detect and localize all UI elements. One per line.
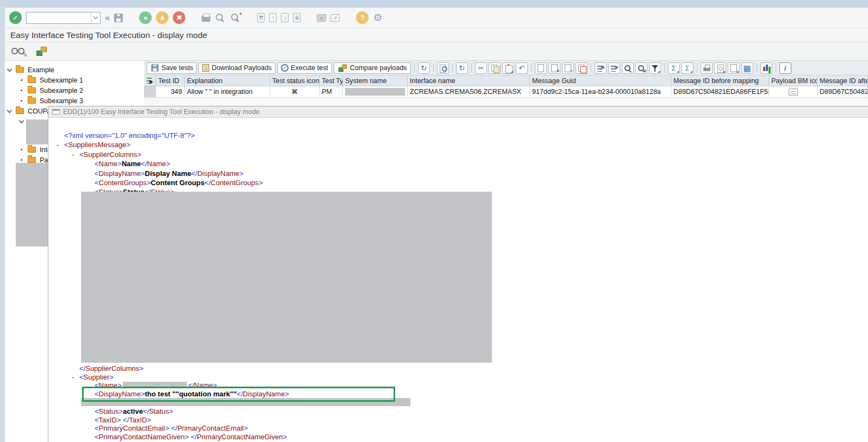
column-header-message-guid[interactable]: Message Guid <box>530 75 671 86</box>
print-icon-main[interactable] <box>202 16 210 22</box>
find-next-icon[interactable]: + <box>635 62 647 74</box>
shortcut-icon[interactable]: ↗ <box>330 14 340 22</box>
exit-icon[interactable]: ∧ <box>156 11 168 24</box>
command-dropdown-icon[interactable] <box>91 12 100 23</box>
tree-item-example[interactable]: Example <box>5 65 144 75</box>
cell-test-id[interactable]: 349 <box>156 86 185 98</box>
customize-icon[interactable]: ⚙ <box>373 11 382 24</box>
subtotal-icon[interactable]: Σ <box>682 62 694 74</box>
chevron-down-icon[interactable] <box>7 66 13 72</box>
undo-icon[interactable]: ↶ <box>516 62 528 74</box>
delete-row-icon[interactable]: − <box>562 62 574 74</box>
column-header-selector[interactable] <box>144 75 156 86</box>
chevron-down-icon[interactable] <box>19 118 24 123</box>
chevron-down-icon[interactable] <box>7 108 13 113</box>
column-header-message-id-before-mapping[interactable]: Message ID before mapping <box>671 75 769 86</box>
grid-data-row[interactable]: 349Allow " " in integration✖PMZCREMAS.CR… <box>144 86 868 98</box>
page-up-icon[interactable]: ↑ <box>269 13 277 22</box>
export-icon[interactable]: → <box>728 62 740 74</box>
refresh-icon[interactable]: ↻ <box>418 62 430 74</box>
choose-layout-icon[interactable]: ▦ <box>741 62 753 74</box>
find-next-icon-main[interactable]: + <box>230 12 241 23</box>
column-header-explanation[interactable]: Explanation <box>185 75 270 86</box>
column-header-test-type[interactable]: Test Type <box>320 75 343 86</box>
xml-bracket: < <box>64 141 68 149</box>
print-icon[interactable] <box>701 62 713 74</box>
collapse-command-icon[interactable]: « <box>105 12 110 23</box>
cut-icon[interactable]: ✂ <box>475 62 487 74</box>
xml-collapse-toggle[interactable]: - <box>72 373 79 382</box>
xml-bracket: > <box>127 141 131 149</box>
compare-payloads-button[interactable]: Compare payloads <box>334 62 411 74</box>
xml-collapse-toggle[interactable]: - <box>72 150 79 159</box>
save-tests-button[interactable]: Save tests <box>147 62 197 74</box>
column-header-interface-name[interactable]: Interface name <box>408 75 530 86</box>
grid-empty-area <box>144 98 868 106</box>
new-row-icon[interactable] <box>535 62 547 74</box>
tree-item-subexample-1[interactable]: Subexample 1 <box>5 75 144 85</box>
graph-icon[interactable] <box>760 62 772 74</box>
cell-payload-bm-icon[interactable] <box>769 86 817 98</box>
command-confirm-icon[interactable]: ✓ <box>9 11 22 24</box>
sum-icon[interactable]: Σ <box>668 62 680 74</box>
title-bar: Easy Interface Testing Tool Execution - … <box>5 28 868 42</box>
toolbar-separator <box>776 64 776 72</box>
download-payloads-button[interactable]: ↓ Download Payloads <box>198 62 276 74</box>
paste-icon[interactable] <box>502 62 514 74</box>
xml-value: Name <box>122 160 141 168</box>
filter-icon[interactable] <box>649 62 661 74</box>
select-all-icon[interactable] <box>146 77 153 84</box>
info-icon[interactable]: i <box>779 62 791 74</box>
cell-message-guid[interactable]: 917dd9c2-15ca-11ea-b234-000010a8128a <box>530 86 671 98</box>
back-icon[interactable]: « <box>139 11 152 24</box>
find-icon[interactable] <box>622 62 634 74</box>
tree-item-subexample-3[interactable]: Subexample 3 <box>5 96 144 106</box>
payload-grid-icon[interactable] <box>789 89 798 96</box>
column-header-system-name[interactable]: System name <box>343 75 408 86</box>
column-header-test-id[interactable]: Test ID <box>156 75 185 86</box>
find-icon-main[interactable] <box>215 12 226 23</box>
column-header-payload-bm-icon[interactable]: Payload BM icon <box>769 75 817 86</box>
save-icon[interactable] <box>114 14 123 22</box>
tree-item-subexample-2[interactable]: Subexample 2 <box>5 85 144 96</box>
xml-bracket: > <box>117 160 122 168</box>
copy-icon[interactable] <box>489 62 501 74</box>
cell-interface-name[interactable]: ZCREMAS.CREMAS06.ZCREMASX <box>408 86 530 98</box>
cell-explanation[interactable]: Allow " " in integration <box>185 86 270 98</box>
duplicate-row-icon[interactable] <box>576 62 588 74</box>
insert-row-icon[interactable]: + <box>548 62 560 74</box>
sort-asc-icon[interactable] <box>595 62 607 74</box>
last-page-icon[interactable]: ⇊ <box>293 13 301 22</box>
cancel-icon[interactable]: ✖ <box>173 11 185 24</box>
cell-selector[interactable] <box>144 86 156 98</box>
refresh-2-icon[interactable]: ↻ <box>456 62 468 74</box>
sort-desc-icon[interactable] <box>608 62 620 74</box>
popup-title-bar[interactable]: EDD(1)/100 Easy Interface Testing Tool E… <box>48 106 868 118</box>
cell-test-type[interactable]: PM <box>320 86 343 98</box>
column-header-message-id-after[interactable]: Message ID after <box>817 75 868 86</box>
cell-message-id-before-mapping[interactable]: D89D67C504821EDA86FE1F5F... <box>671 86 769 98</box>
compare-objects-icon[interactable] <box>36 47 47 56</box>
column-header-test-status-icon[interactable]: Test status icon <box>270 75 320 86</box>
execute-test-button[interactable]: ✓ Execute test <box>277 62 332 74</box>
help-icon[interactable]: ? <box>356 11 369 24</box>
tree-item-label: Example <box>28 66 54 74</box>
cell-system-name[interactable] <box>343 86 408 98</box>
display-change-icon[interactable]: ✎ <box>10 46 27 57</box>
xml-collapse-toggle[interactable]: - <box>57 140 64 149</box>
page-down-icon[interactable]: ↓ <box>281 13 289 22</box>
execute-icon: ✓ <box>281 64 289 72</box>
cut-icon-glyph: ✂ <box>478 65 484 72</box>
xml-bracket: < <box>79 373 84 381</box>
cell-test-status-icon[interactable]: ✖ <box>270 86 320 98</box>
xml-value: Content Groups <box>151 179 204 187</box>
new-session-icon[interactable]: ★ <box>317 14 326 22</box>
xml-bracket: < <box>95 179 99 187</box>
command-input[interactable] <box>27 12 91 23</box>
xml-bracket: > <box>169 407 173 415</box>
print-preview-icon[interactable] <box>714 62 726 74</box>
cancel-icon-glyph: ✖ <box>177 14 183 22</box>
cell-message-id-after[interactable]: D89D67C504821 <box>817 86 868 98</box>
display-payload-icon[interactable] <box>437 62 449 74</box>
first-page-icon[interactable]: ⇈ <box>257 13 265 22</box>
